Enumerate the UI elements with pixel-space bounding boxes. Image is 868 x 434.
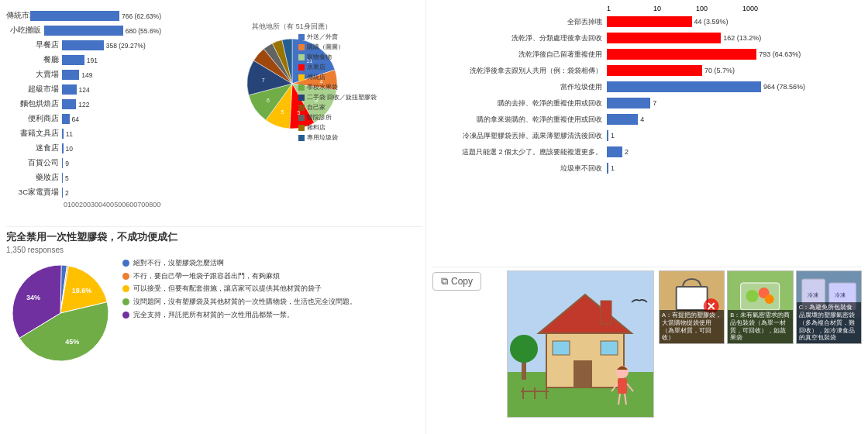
legend2-item: 完全支持，拜託把所有材質的一次性用品都禁一禁。 bbox=[122, 311, 422, 320]
svg-point-39 bbox=[746, 290, 759, 302]
image-c: 冷凍 冷凍 C：為避免所包裝食品腐壞的塑膠氣密袋（多為複合材質，難回收），如冷凍… bbox=[796, 270, 862, 344]
bar-row: 書籍文具店11 bbox=[6, 127, 161, 140]
top-right-section: 1 10 100 1000 全部丟掉嗤44 (3.59%)洗乾淨、分類處理後拿去… bbox=[432, 5, 862, 267]
right-bar-row: 冷凍品厚塑膠袋丟掉、蔬果薄塑膠清洗後回收1 bbox=[432, 129, 862, 143]
svg-rect-18 bbox=[601, 341, 618, 355]
bar-row: 大賣場149 bbox=[6, 68, 161, 81]
right-panel: 1 10 100 1000 全部丟掉嗤44 (3.59%)洗乾淨、分類處理後拿去… bbox=[426, 0, 868, 434]
bar-row: 麵包烘焙店122 bbox=[6, 98, 161, 111]
pie1-legend-item: 傳統店 bbox=[298, 73, 377, 82]
bar-row: 超級市場124 bbox=[6, 83, 161, 96]
bottom-subtitle: 1,350 responses bbox=[6, 246, 422, 254]
bar-row: 藥妝店5 bbox=[6, 171, 161, 184]
svg-rect-17 bbox=[553, 341, 570, 355]
pie1-legend-item: 自己家 bbox=[298, 103, 377, 112]
svg-text:冷凍: 冷凍 bbox=[807, 292, 818, 298]
pie2-area: 18.6%45%34% bbox=[6, 259, 115, 425]
caption-images: A：有提把的塑膠袋，大當購物提袋使用（為單材質，可回收） bbox=[659, 270, 862, 344]
copy-icon: ⧉ bbox=[441, 275, 448, 288]
bar-row: 傳統市場766 (62.63%) bbox=[6, 9, 161, 22]
right-bar-row: 全部丟掉嗤44 (3.59%) bbox=[432, 15, 862, 29]
bottom-left-section: 完全禁用一次性塑膠袋，不成功便成仁 1,350 responses 18.6%4… bbox=[6, 226, 422, 428]
legend2-item: 可以接受，但要有配套措施，讓店家可以提供其他材質的袋子 bbox=[122, 284, 422, 294]
svg-rect-19 bbox=[601, 301, 611, 324]
right-bar-row: 購的去掉、乾淨的重複使用或回收7 bbox=[432, 96, 862, 110]
right-bar-row: 洗乾淨後自己留著重複使用793 (64.63%) bbox=[432, 47, 862, 61]
svg-point-41 bbox=[765, 294, 774, 304]
svg-text:45%: 45% bbox=[65, 338, 79, 346]
legend2-item: 沒問題阿，沒有塑膠袋及其他材質的一次性購物袋，生活也完全沒問題。 bbox=[122, 298, 422, 307]
bar-row: 便利商店64 bbox=[6, 112, 161, 126]
top-left-row: 傳統市場766 (62.63%)小吃攤販680 (55.6%)早餐店358 (2… bbox=[6, 6, 422, 223]
svg-text:7: 7 bbox=[261, 78, 264, 83]
svg-text:5: 5 bbox=[281, 109, 284, 115]
bottom-title: 完全禁用一次性塑膠袋，不成功便成仁 bbox=[6, 230, 422, 244]
svg-text:冷凍: 冷凍 bbox=[834, 292, 845, 298]
right-bar-row: 洗乾淨後拿去跟別人共用（例：袋袋相傳）70 (5.7%) bbox=[432, 64, 862, 78]
legend2-item: 絕對不行，沒塑膠袋怎麼活啊 bbox=[122, 259, 422, 268]
pie1-legend-item: 醫院診所 bbox=[298, 113, 377, 122]
pie1-legend-item: 二手袋 回收／旋扭塑膠袋 bbox=[298, 93, 377, 102]
right-bar-row: 當作垃圾使用964 (78.56%) bbox=[432, 80, 862, 94]
pie1-legend-item: 雜料店 bbox=[298, 123, 377, 133]
copy-section: ⧉ Copy bbox=[432, 270, 502, 291]
bar-chart-section: 傳統市場766 (62.63%)小吃攤販680 (55.6%)早餐店358 (2… bbox=[6, 6, 161, 223]
copy-button[interactable]: ⧉ Copy bbox=[432, 272, 481, 291]
bar-row: 3C家電賣場2 bbox=[6, 186, 161, 199]
legend-area: 絕對不行，沒塑膠袋怎麼活啊不行，要自己帶一堆袋子跟容器出門，有夠麻煩可以接受，但… bbox=[119, 259, 422, 425]
svg-point-21 bbox=[510, 335, 538, 363]
bar-row: 小吃攤販680 (55.6%) bbox=[6, 24, 161, 37]
right-bar-row: 這題只能選 2 個太少了。應該要能複選更多。2 bbox=[432, 145, 862, 159]
copy-label: Copy bbox=[451, 276, 473, 287]
house-svg bbox=[508, 271, 654, 418]
pie1-legend-item: 水果店 bbox=[298, 63, 377, 72]
right-bar-row: 購的拿來裝購的、乾淨的重複使用或回收4 bbox=[432, 112, 862, 126]
bottom-content: 18.6%45%34% 絕對不行，沒塑膠袋怎麼活啊不行，要自己帶一堆袋子跟容器出… bbox=[6, 259, 422, 425]
log-tick-10: 10 bbox=[653, 5, 661, 12]
svg-rect-27 bbox=[618, 378, 627, 394]
pie-chart-area: 其他地所（有 51身回應） 11485567 外送／外賣購購（圖圖）寵物食物水果… bbox=[161, 6, 422, 223]
right-bar-row: 洗乾淨、分類處理後拿去回收162 (13.2%) bbox=[432, 31, 862, 45]
bottom-right-section: ⧉ Copy bbox=[432, 267, 862, 429]
svg-text:18.6%: 18.6% bbox=[72, 287, 92, 294]
svg-rect-33 bbox=[677, 287, 708, 310]
pie1-legend-item: 寵物食物 bbox=[298, 53, 377, 62]
legend2-item: 不行，要自己帶一堆袋子跟容器出門，有夠麻煩 bbox=[122, 272, 422, 281]
bar-row: 迷食店10 bbox=[6, 142, 161, 155]
log-tick-1: 1 bbox=[607, 5, 611, 12]
pie1-legend-item: 學校水果袋 bbox=[298, 83, 377, 92]
svg-rect-16 bbox=[574, 360, 592, 388]
image-b-caption: B：未有氣密需求的商品包裝袋（為單一材質，可回收），如蔬果袋 bbox=[728, 310, 792, 343]
image-b: B：未有氣密需求的商品包裝袋（為單一材質，可回收），如蔬果袋 bbox=[727, 270, 793, 344]
right-bar-row: 垃圾車不回收1 bbox=[432, 161, 862, 175]
image-a: A：有提把的塑膠袋，大當購物提袋使用（為單材質，可回收） bbox=[659, 270, 725, 344]
image-a-caption: A：有提把的塑膠袋，大當購物提袋使用（為單材質，可回收） bbox=[660, 310, 724, 343]
pie1-legend-item: 專用垃圾袋 bbox=[298, 133, 377, 143]
pie1-legend-item: 購購（圖圖） bbox=[298, 43, 377, 52]
svg-text:6: 6 bbox=[266, 98, 269, 103]
log-tick-100: 100 bbox=[696, 5, 708, 12]
bar-row: 百貨公司9 bbox=[6, 157, 161, 170]
pie1-title: 其他地所（有 51身回應） bbox=[207, 22, 377, 32]
log-axis: 1 10 100 1000 bbox=[432, 5, 862, 12]
bar-row: 早餐店358 (29.27%) bbox=[6, 39, 161, 52]
bar-row: 餐廳191 bbox=[6, 53, 161, 67]
x-axis: 0100200300400500600700800900 bbox=[6, 201, 161, 208]
house-image bbox=[507, 270, 654, 418]
log-tick-1000: 1000 bbox=[742, 5, 758, 12]
left-panel: 傳統市場766 (62.63%)小吃攤販680 (55.6%)早餐店358 (2… bbox=[0, 0, 426, 434]
svg-text:34%: 34% bbox=[26, 294, 40, 301]
pie1-legend-item: 外送／外賣 bbox=[298, 33, 377, 42]
image-c-caption: C：為避免所包裝食品腐壞的塑膠氣密袋（多為複合材質，難回收），如冷凍食品的真空包… bbox=[797, 302, 861, 343]
main-container: 傳統市場766 (62.63%)小吃攤販680 (55.6%)早餐店358 (2… bbox=[0, 0, 868, 434]
